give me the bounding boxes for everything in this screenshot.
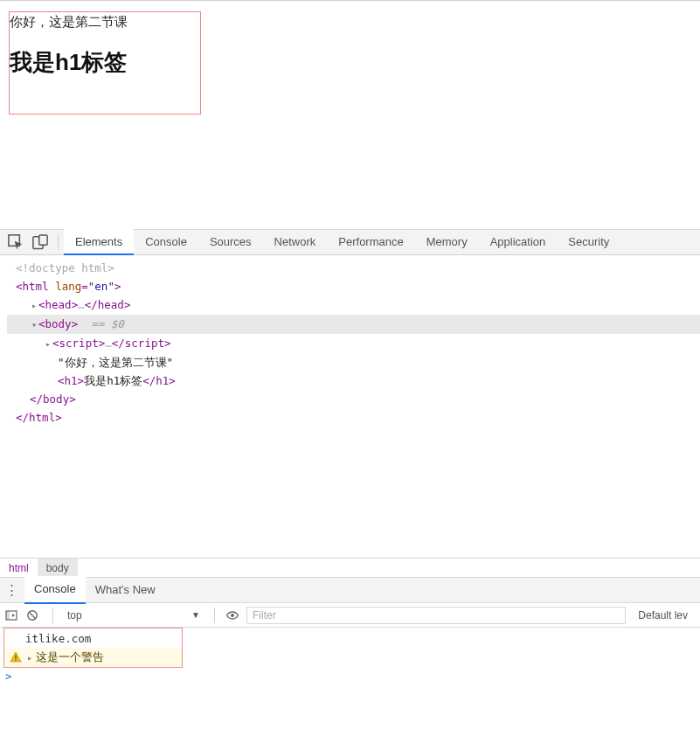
crumb-html[interactable]: html: [0, 559, 38, 578]
console-levels-selector[interactable]: Default lev: [631, 609, 695, 621]
tab-security[interactable]: Security: [557, 229, 620, 255]
page-body-highlight: 你好，这是第二节课 我是h1标签: [9, 11, 201, 115]
dom-script[interactable]: ▸<script>…</script>: [7, 334, 700, 353]
svg-rect-4: [6, 611, 10, 620]
tab-sources[interactable]: Sources: [198, 229, 263, 255]
dom-html-open[interactable]: <html lang="en">: [7, 277, 700, 295]
console-separator-2: [214, 608, 215, 623]
console-separator: [52, 608, 53, 623]
drawer-tab-whatsnew[interactable]: What's New: [86, 577, 165, 603]
crumb-body[interactable]: body: [38, 559, 78, 578]
live-expression-icon[interactable]: [225, 610, 241, 621]
console-sidebar-toggle-icon[interactable]: [5, 609, 21, 621]
console-context-label: top: [67, 609, 82, 621]
page-text: 你好，这是第二节课: [10, 12, 200, 31]
tab-performance[interactable]: Performance: [327, 229, 414, 255]
tab-console[interactable]: Console: [134, 229, 198, 255]
svg-line-6: [29, 612, 35, 618]
dom-head[interactable]: ▸<head>…</head>: [7, 295, 700, 315]
page-viewport: 你好，这是第二节课 我是h1标签: [0, 0, 700, 229]
svg-rect-9: [15, 659, 16, 660]
toolbar-separator: [58, 234, 59, 250]
console-highlight-box: itlike.com ▸ 这是一个警告: [3, 628, 183, 668]
console-log-text: itlike.com: [10, 632, 91, 645]
console-selected-marker: == $0: [91, 317, 124, 330]
tab-application[interactable]: Application: [479, 229, 558, 255]
console-prompt[interactable]: >: [0, 668, 700, 685]
elements-dom-tree[interactable]: <!doctype html> <html lang="en"> ▸<head>…: [0, 255, 700, 558]
svg-rect-2: [39, 235, 47, 245]
clear-console-icon[interactable]: [26, 609, 42, 621]
svg-point-7: [231, 614, 234, 617]
drawer-menu-icon[interactable]: ⋮: [3, 582, 19, 598]
dom-body-close[interactable]: </body>: [7, 390, 700, 408]
console-output: itlike.com ▸ 这是一个警告 >: [0, 628, 700, 685]
devtools-tabs: Elements Console Sources Network Perform…: [64, 229, 620, 255]
tab-elements[interactable]: Elements: [64, 229, 134, 255]
elements-breadcrumbs: html body: [0, 558, 700, 577]
drawer-tab-console[interactable]: Console: [24, 576, 86, 604]
dom-h1[interactable]: <h1>我是h1标签</h1>: [7, 371, 700, 390]
console-log-row[interactable]: itlike.com: [4, 628, 182, 648]
tab-memory[interactable]: Memory: [415, 229, 479, 255]
svg-rect-8: [15, 656, 16, 659]
chevron-down-icon: ▼: [191, 610, 204, 620]
drawer-tabs: ⋮ Console What's New: [0, 577, 700, 603]
dom-body-open[interactable]: ▾<body> == $0: [7, 315, 700, 334]
page-h1: 我是h1标签: [10, 47, 200, 78]
tab-network[interactable]: Network: [263, 229, 328, 255]
device-toggle-icon[interactable]: [31, 233, 49, 251]
devtools-toolbar: Elements Console Sources Network Perform…: [0, 229, 700, 255]
dom-text-node[interactable]: "你好，这是第二节课": [7, 353, 700, 371]
console-filter-placeholder: Filter: [253, 609, 276, 621]
warning-icon: [10, 651, 22, 663]
dom-html-close[interactable]: </html>: [7, 408, 700, 427]
dom-doctype: <!doctype html>: [16, 261, 114, 274]
console-context-selector[interactable]: top ▼: [64, 609, 204, 621]
expand-icon[interactable]: ▸: [27, 653, 32, 663]
inspect-icon[interactable]: [7, 233, 24, 251]
console-warn-row[interactable]: ▸ 这是一个警告: [4, 648, 182, 667]
console-filter-input[interactable]: Filter: [246, 607, 626, 624]
console-toolbar: top ▼ Filter Default lev: [0, 603, 700, 628]
console-warn-text: 这是一个警告: [36, 650, 104, 665]
